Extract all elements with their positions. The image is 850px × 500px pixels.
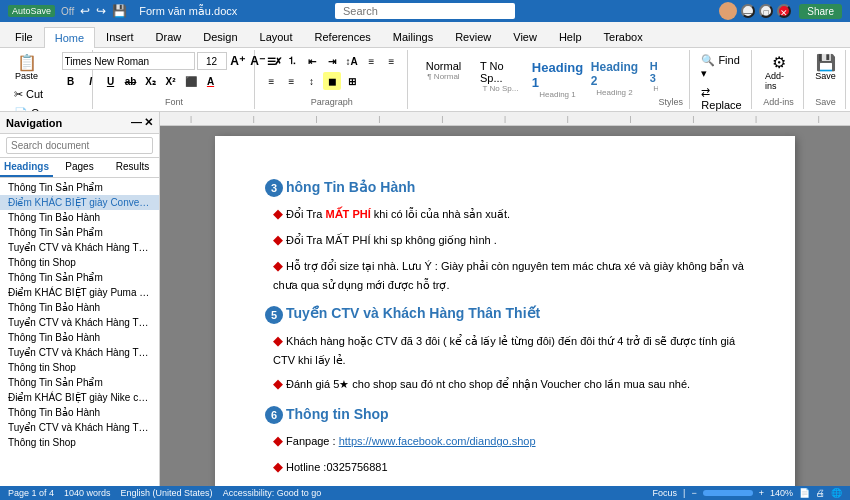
nav-item-6[interactable]: Thông Tin Sản Phẩm bbox=[0, 270, 159, 285]
nav-item-9[interactable]: Tuyển CTV và Khách Hàng Thân Thiết bbox=[0, 315, 159, 330]
style-normal[interactable]: Normal ¶ Normal bbox=[416, 57, 471, 102]
share-button[interactable]: Share bbox=[799, 4, 842, 19]
style-heading3[interactable]: Heading 3 Heading 3 bbox=[644, 57, 658, 102]
nav-item-4[interactable]: Tuyển CTV và Khách Hàng Thân Thiết bbox=[0, 240, 159, 255]
tab-insert[interactable]: Insert bbox=[95, 26, 145, 47]
borders-button[interactable]: ⊞ bbox=[343, 72, 361, 90]
nav-item-8[interactable]: Thông Tin Bảo Hành bbox=[0, 300, 159, 315]
nav-item-1[interactable]: Điểm KHÁC BIỆT giày Converse của DIA... bbox=[0, 195, 159, 210]
fanpage-link[interactable]: https://www.facebook.com/diandgo.shop bbox=[339, 435, 536, 447]
addins-label: Add-ins bbox=[765, 71, 792, 91]
style-no-spacing[interactable]: T No Sp... T No Sp... bbox=[473, 57, 528, 102]
replace-button[interactable]: ⇄ Replace bbox=[697, 84, 745, 112]
zoom-out-button[interactable]: − bbox=[691, 488, 696, 498]
zoom-slider[interactable] bbox=[703, 490, 753, 496]
circle-6: 6 bbox=[265, 406, 283, 424]
nav-search-input[interactable] bbox=[6, 137, 153, 154]
highlight-button[interactable]: ⬛ bbox=[182, 72, 200, 90]
nav-item-17[interactable]: Thông tin Shop bbox=[0, 435, 159, 450]
tab-design[interactable]: Design bbox=[192, 26, 248, 47]
tab-mailings[interactable]: Mailings bbox=[382, 26, 444, 47]
italic-button[interactable]: I bbox=[82, 72, 100, 90]
tab-view[interactable]: View bbox=[502, 26, 548, 47]
nav-item-0[interactable]: Thông Tin Sản Phẩm bbox=[0, 180, 159, 195]
shading-button[interactable]: ◼ bbox=[323, 72, 341, 90]
nav-tab-pages[interactable]: Pages bbox=[53, 158, 106, 177]
tab-review[interactable]: Review bbox=[444, 26, 502, 47]
tab-terabox[interactable]: Terabox bbox=[593, 26, 654, 47]
tab-file[interactable]: File bbox=[4, 26, 44, 47]
tab-home[interactable]: Home bbox=[44, 27, 95, 48]
nav-item-3[interactable]: Thông Tin Sản Phẩm bbox=[0, 225, 159, 240]
paste-icon: 📋 bbox=[17, 55, 37, 71]
accessibility: Accessibility: Good to go bbox=[223, 488, 322, 498]
title-search-input[interactable] bbox=[335, 3, 515, 19]
indent-increase-button[interactable]: ⇥ bbox=[323, 52, 341, 70]
document-area[interactable]: 3hông Tin Bảo Hành ◆ Đổi Tra MẤT PHÍ khi… bbox=[160, 126, 850, 486]
font-name-input[interactable] bbox=[62, 52, 195, 70]
tab-layout[interactable]: Layout bbox=[249, 26, 304, 47]
focus-button[interactable]: Focus bbox=[653, 488, 678, 498]
align-left-button[interactable]: ≡ bbox=[363, 52, 381, 70]
font-group: A⁺ A⁻ ✗ B I U ab X₂ X² ⬛ A Font bbox=[95, 50, 255, 109]
minimize-button[interactable]: — bbox=[741, 4, 755, 18]
zoom-in-button[interactable]: + bbox=[759, 488, 764, 498]
editing-group: 🔍 Find ▾ ⇄ Replace ⊡ Select ▾ Editing bbox=[692, 50, 752, 109]
sort-button[interactable]: ↕A bbox=[343, 52, 361, 70]
style-heading1[interactable]: Heading 1 Heading 1 bbox=[530, 57, 585, 102]
diamond-icon-6: ◆ bbox=[273, 433, 283, 448]
view-mode-read[interactable]: 📄 bbox=[799, 488, 810, 498]
autosave-badge[interactable]: AutoSave bbox=[8, 5, 55, 17]
underline-button[interactable]: U bbox=[102, 72, 120, 90]
nav-close-button[interactable]: ✕ bbox=[144, 116, 153, 129]
justify-button[interactable]: ≡ bbox=[283, 72, 301, 90]
indent-decrease-button[interactable]: ⇤ bbox=[303, 52, 321, 70]
quick-save-icon[interactable]: 💾 bbox=[112, 4, 127, 18]
addins-button[interactable]: ⚙ Add-ins bbox=[760, 52, 797, 94]
subscript-button[interactable]: X₂ bbox=[142, 72, 160, 90]
nav-item-15[interactable]: Thông Tin Bảo Hành bbox=[0, 405, 159, 420]
maximize-button[interactable]: □ bbox=[759, 4, 773, 18]
nav-item-16[interactable]: Tuyển CTV và Khách Hàng Thân Thiết bbox=[0, 420, 159, 435]
nav-tab-headings[interactable]: Headings bbox=[0, 158, 53, 177]
undo-icon[interactable]: ↩ bbox=[80, 4, 90, 18]
find-button[interactable]: 🔍 Find ▾ bbox=[697, 52, 745, 82]
nav-item-10[interactable]: Thông Tin Bảo Hành bbox=[0, 330, 159, 345]
save-button[interactable]: 💾 Save bbox=[810, 52, 841, 84]
heading-bao-hanh: 3hông Tin Bảo Hành bbox=[265, 176, 745, 198]
view-mode-print[interactable]: 🖨 bbox=[816, 488, 825, 498]
bullets-button[interactable]: ☰ bbox=[263, 52, 281, 70]
nav-collapse-button[interactable]: — bbox=[131, 116, 142, 129]
circle-5: 5 bbox=[265, 306, 283, 324]
font-color-button[interactable]: A bbox=[202, 72, 220, 90]
nav-item-2[interactable]: Thông Tin Bảo Hành bbox=[0, 210, 159, 225]
diamond-icon-2: ◆ bbox=[273, 232, 283, 247]
nav-item-12[interactable]: Thông tin Shop bbox=[0, 360, 159, 375]
superscript-button[interactable]: X² bbox=[162, 72, 180, 90]
nav-tab-results[interactable]: Results bbox=[106, 158, 159, 177]
font-size-input[interactable] bbox=[197, 52, 227, 70]
bold-button[interactable]: B bbox=[62, 72, 80, 90]
tab-help[interactable]: Help bbox=[548, 26, 593, 47]
tab-draw[interactable]: Draw bbox=[145, 26, 193, 47]
strikethrough-button[interactable]: ab bbox=[122, 72, 140, 90]
line-spacing-button[interactable]: ↕ bbox=[303, 72, 321, 90]
copy-button[interactable]: 📄 Copy bbox=[10, 105, 86, 112]
close-button[interactable]: ✕ bbox=[777, 4, 791, 18]
nav-item-7[interactable]: Điểm KHÁC BIỆT giày Puma của DIANG... bbox=[0, 285, 159, 300]
nav-item-11[interactable]: Tuyển CTV và Khách Hàng Thân Thiết bbox=[0, 345, 159, 360]
nav-item-5[interactable]: Thông tin Shop bbox=[0, 255, 159, 270]
numbering-button[interactable]: ⒈ bbox=[283, 52, 301, 70]
style-heading2[interactable]: Heading 2 Heading 2 bbox=[587, 57, 642, 102]
tab-references[interactable]: References bbox=[304, 26, 382, 47]
paste-button[interactable]: 📋 Paste bbox=[10, 52, 43, 84]
nav-item-14[interactable]: Điểm KHÁC BIỆT giày Nike của DIANGS... bbox=[0, 390, 159, 405]
user-avatar[interactable] bbox=[719, 2, 737, 20]
align-right-button[interactable]: ≡ bbox=[263, 72, 281, 90]
title-search bbox=[335, 3, 515, 19]
align-center-button[interactable]: ≡ bbox=[383, 52, 401, 70]
redo-icon[interactable]: ↪ bbox=[96, 4, 106, 18]
nav-item-13[interactable]: Thông Tin Sản Phẩm bbox=[0, 375, 159, 390]
font-grow-button[interactable]: A⁺ bbox=[229, 52, 247, 70]
view-mode-web[interactable]: 🌐 bbox=[831, 488, 842, 498]
